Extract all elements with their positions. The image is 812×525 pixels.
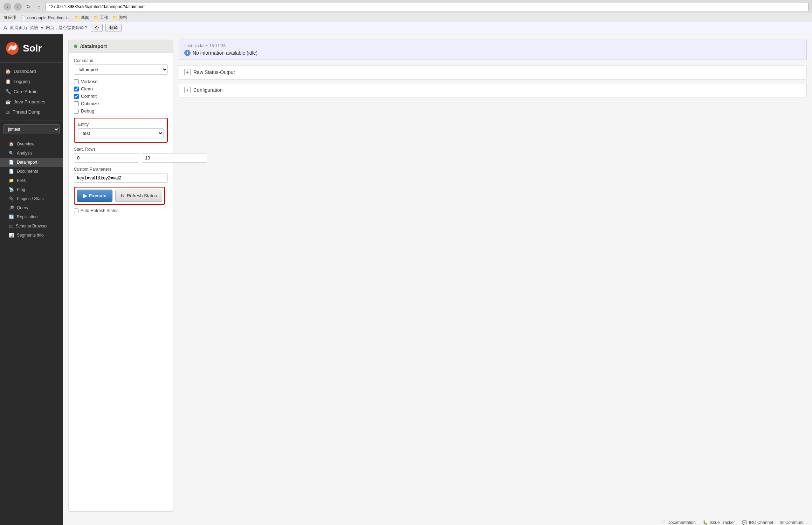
content-area: /dataimport Command full-import Verbose <box>63 34 812 517</box>
address-bar[interactable] <box>46 2 808 11</box>
status-message: i No information available (idle) <box>184 50 801 56</box>
bookmark-work[interactable]: 📁 工作 <box>94 15 108 21</box>
core-nav-files[interactable]: 📁 Files <box>0 176 63 185</box>
solr-logo: Solr <box>0 34 63 63</box>
core-nav-query[interactable]: 🔎 Query <box>0 203 63 212</box>
execute-button[interactable]: ▶ Execute <box>77 190 112 202</box>
raw-status-header[interactable]: + Raw Status-Output <box>179 66 806 79</box>
core-nav-schema-browser[interactable]: 🗃 Schema Browser <box>0 221 63 231</box>
issue-tracker-icon: 🐛 <box>703 520 708 525</box>
ping-icon: 📡 <box>9 187 14 192</box>
panel-title: /dataimport <box>80 43 107 49</box>
sidebar-item-dashboard[interactable]: 🏠 Dashboard <box>0 66 63 76</box>
commit-checkbox-group: Commit <box>74 94 168 99</box>
translate-dropdown-icon[interactable]: ▾ <box>41 26 43 30</box>
refresh-status-icon: ↻ <box>121 193 125 199</box>
custom-params-input[interactable] <box>74 173 168 183</box>
start-rows-label: Start, Rows <box>74 147 168 152</box>
refresh-button[interactable]: ↻ <box>25 3 32 11</box>
bookmark-data[interactable]: 📁 资料 <box>112 15 127 21</box>
sidebar-item-core-admin[interactable]: 🔧 Core Admin <box>0 87 63 97</box>
dataimport-icon: 📄 <box>9 160 14 165</box>
sidebar-item-logging[interactable]: 📋 Logging <box>0 76 63 87</box>
core-nav-replication[interactable]: 🔄 Replication <box>0 212 63 221</box>
optimize-checkbox[interactable] <box>74 101 79 106</box>
dashboard-icon: 🏠 <box>5 69 11 74</box>
last-update-time: 15:11:36 <box>209 43 226 48</box>
sidebar-item-java-properties[interactable]: ☕ Java Properties <box>0 97 63 107</box>
clean-checkbox-group: Clean <box>74 86 168 91</box>
main-content: /dataimport Command full-import Verbose <box>63 34 812 525</box>
logo-text: Solr <box>23 43 42 54</box>
forward-button[interactable]: › <box>14 3 22 11</box>
core-selector[interactable]: jimtest <box>4 124 60 134</box>
footer-link-irc[interactable]: 💬 IRC Channel <box>742 520 773 525</box>
community-icon: ✉ <box>780 520 784 525</box>
browser-toolbar: ‹ › ↻ ⌂ <box>0 0 812 13</box>
start-rows-group: Start, Rows <box>74 147 168 163</box>
core-admin-icon: 🔧 <box>5 89 11 94</box>
documentation-icon: 📄 <box>660 520 666 525</box>
refresh-status-button[interactable]: ↻ Refresh Status <box>115 190 162 202</box>
commit-checkbox[interactable] <box>74 94 79 99</box>
translate-prompt: 此网页为 <box>10 25 27 31</box>
footer-link-documentation[interactable]: 📄 Documentation <box>660 520 696 525</box>
configuration-expand-icon[interactable]: + <box>184 87 191 93</box>
irc-icon: 💬 <box>742 520 747 525</box>
footer-link-community[interactable]: ✉ Communi... <box>780 520 807 525</box>
bookmarks-bar: ⊞ 应用 📄 com.apple.ReadingLi... 📁 新闻 📁 工作 … <box>0 13 812 22</box>
core-select-dropdown[interactable]: jimtest <box>4 124 60 134</box>
configuration-header[interactable]: + Configuration <box>179 83 806 97</box>
translate-lang: 英语 <box>30 25 38 31</box>
raw-status-expand-icon[interactable]: + <box>184 69 191 75</box>
schema-browser-icon: 🗃 <box>9 224 13 229</box>
core-nav-segments[interactable]: 📊 Segments info <box>0 231 63 240</box>
bookmark-news[interactable]: 📁 新闻 <box>74 15 89 21</box>
execute-icon: ▶ <box>83 192 87 199</box>
core-nav-dataimport[interactable]: 📄 Dataimport <box>0 158 63 167</box>
reading-icon: 📄 <box>21 15 26 20</box>
debug-checkbox[interactable] <box>74 109 79 114</box>
core-nav-documents[interactable]: 📄 Documents <box>0 167 63 176</box>
back-button[interactable]: ‹ <box>4 3 11 11</box>
analysis-icon: 🔍 <box>9 151 14 156</box>
start-rows-inputs <box>74 153 168 163</box>
work-icon: 📁 <box>94 15 99 20</box>
dataimport-panel: /dataimport Command full-import Verbose <box>68 40 173 512</box>
translate-question: 网页，是否需要翻译？ <box>46 25 88 31</box>
segments-icon: 📊 <box>9 233 14 238</box>
info-icon: i <box>184 50 191 56</box>
debug-checkbox-group: Debug <box>74 108 168 114</box>
command-select[interactable]: full-import <box>74 64 168 75</box>
sidebar-item-thread-dump[interactable]: 🗂 Thread Dump <box>0 107 63 117</box>
overview-icon: 🏠 <box>9 142 14 146</box>
files-icon: 📁 <box>9 178 14 183</box>
main-nav-section: 🏠 Dashboard 📋 Logging 🔧 Core Admin ☕ Jav… <box>0 63 63 121</box>
status-dot-green <box>74 45 77 48</box>
bookmark-apps[interactable]: ⊞ 应用 <box>4 15 16 21</box>
documents-icon: 📄 <box>9 169 14 174</box>
start-input[interactable] <box>74 153 139 163</box>
footer-links: 📄 Documentation 🐛 Issue Tracker 💬 IRC Ch… <box>63 517 812 525</box>
entity-select[interactable]: test <box>78 128 164 138</box>
footer-link-issue-tracker[interactable]: 🐛 Issue Tracker <box>703 520 735 525</box>
home-button[interactable]: ⌂ <box>35 3 43 11</box>
core-nav-overview[interactable]: 🏠 Overview <box>0 139 63 149</box>
bookmark-reading[interactable]: 📄 com.apple.ReadingLi... <box>21 15 70 20</box>
action-buttons-group: ▶ Execute ↻ Refresh Status <box>74 187 165 205</box>
auto-refresh-group: Auto-Refresh Status <box>74 208 168 213</box>
clean-checkbox[interactable] <box>74 87 79 91</box>
apps-icon: ⊞ <box>4 15 7 20</box>
core-nav-ping[interactable]: 📡 Ping <box>0 185 63 194</box>
browser-chrome: ‹ › ↻ ⌂ ⊞ 应用 📄 com.apple.ReadingLi... 📁 … <box>0 0 812 34</box>
optimize-label: Optimize <box>81 101 99 106</box>
translate-lang-icon: A <box>4 25 7 31</box>
translate-no-button[interactable]: 否 <box>91 24 103 32</box>
core-nav-plugins[interactable]: 🔌 Plugins / Stats <box>0 194 63 203</box>
translate-yes-button[interactable]: 翻译 <box>105 24 122 32</box>
plugins-icon: 🔌 <box>9 196 14 201</box>
verbose-checkbox[interactable] <box>74 79 79 84</box>
sidebar: Solr 🏠 Dashboard 📋 Logging 🔧 Core Admin … <box>0 34 63 525</box>
auto-refresh-checkbox[interactable] <box>74 209 78 213</box>
core-nav-analysis[interactable]: 🔍 Analysis <box>0 149 63 158</box>
